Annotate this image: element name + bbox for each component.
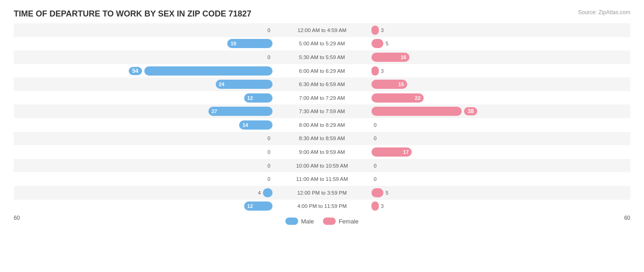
- right-bar-area: 0: [322, 159, 630, 173]
- chart-row: 0 9:00 AM to 9:59 AM 17: [14, 145, 630, 159]
- row-inner: 14 8:00 AM to 8:29 AM 0: [14, 118, 630, 132]
- male-label: Male: [301, 218, 314, 225]
- chart-row: 0 10:00 AM to 10:59 AM 0: [14, 159, 630, 173]
- axis-label-right: 60: [624, 215, 630, 221]
- female-zero: 0: [374, 122, 377, 128]
- female-bar: 22: [371, 93, 424, 103]
- female-zero: 0: [374, 163, 377, 169]
- male-value-badge: 54: [129, 67, 142, 75]
- male-value: 24: [219, 82, 224, 87]
- male-value: 12: [247, 203, 253, 209]
- male-zero: 0: [267, 136, 270, 141]
- female-bar: [371, 39, 383, 48]
- right-bar-area: 3: [322, 200, 630, 213]
- row-inner: 54 6:00 AM to 6:29 AM 3: [14, 64, 630, 78]
- female-bar: 16: [371, 53, 409, 62]
- male-zero: 0: [267, 149, 270, 155]
- male-bar: [144, 66, 273, 76]
- left-bar-area: 0: [14, 145, 322, 159]
- chart-row: 4 12:00 PM to 3:59 PM 5: [14, 186, 630, 200]
- left-bar-area: 19: [14, 37, 322, 51]
- left-bar-area: 0: [14, 132, 322, 146]
- male-value: 19: [230, 41, 236, 46]
- female-value: 5: [386, 41, 388, 46]
- chart-row: 0 8:30 AM to 8:59 AM 0: [14, 132, 630, 146]
- row-inner: 0 12:00 AM to 4:59 AM 3: [14, 23, 630, 37]
- row-inner: 27 7:30 AM to 7:59 AM 38: [14, 104, 630, 118]
- left-bar-area: 0: [14, 23, 322, 37]
- chart-title: TIME OF DEPARTURE TO WORK BY SEX IN ZIP …: [14, 9, 630, 19]
- female-bar: 17: [371, 147, 412, 157]
- right-bar-area: 3: [322, 23, 630, 37]
- male-zero: 0: [267, 176, 270, 182]
- chart-row: 54 6:00 AM to 6:29 AM 3: [14, 64, 630, 78]
- row-inner: 0 10:00 AM to 10:59 AM 0: [14, 159, 630, 173]
- female-value: 17: [403, 149, 409, 155]
- right-bar-area: 0: [322, 132, 630, 146]
- male-zero: 0: [267, 54, 270, 60]
- right-bar-area: 16: [322, 50, 630, 64]
- row-inner: 0 11:00 AM to 11:59 AM 0: [14, 172, 630, 186]
- chart-area: 0 12:00 AM to 4:59 AM 3 19 5:00 AM to 5:…: [14, 23, 630, 231]
- left-bar-area: 4: [14, 186, 322, 200]
- female-value: 3: [381, 68, 384, 74]
- male-bar: 27: [208, 107, 273, 116]
- right-bar-area: 0: [322, 118, 630, 132]
- male-zero: 0: [267, 27, 270, 33]
- male-bar: 24: [216, 80, 273, 89]
- female-bar: [371, 188, 383, 197]
- row-inner: 24 6:30 AM to 6:59 AM 15: [14, 77, 630, 91]
- axis-label-left: 60: [14, 215, 20, 221]
- female-value: 3: [381, 27, 384, 33]
- female-value: 16: [401, 54, 406, 60]
- female-value: 5: [386, 190, 388, 196]
- chart-row: 0 5:30 AM to 5:59 AM 16: [14, 50, 630, 64]
- right-bar-area: 5: [322, 186, 630, 200]
- chart-row: 14 8:00 AM to 8:29 AM 0: [14, 118, 630, 132]
- female-zero: 0: [374, 176, 377, 182]
- female-label: Female: [338, 218, 358, 225]
- chart-container: TIME OF DEPARTURE TO WORK BY SEX IN ZIP …: [0, 0, 644, 272]
- male-bar: 14: [239, 120, 273, 130]
- female-value: 15: [398, 82, 404, 87]
- chart-row: 19 5:00 AM to 5:29 AM 5: [14, 37, 630, 51]
- chart-row: 12 4:00 PM to 11:59 PM 3: [14, 200, 630, 213]
- female-value-badge: 38: [464, 107, 477, 115]
- female-bar: 15: [371, 80, 407, 89]
- right-bar-area: 17: [322, 145, 630, 159]
- row-inner: 19 5:00 AM to 5:29 AM 5: [14, 37, 630, 51]
- left-bar-area: 54: [14, 64, 322, 78]
- source-text: Source: ZipAtlas.com: [578, 9, 630, 16]
- male-bar: 12: [244, 201, 273, 211]
- left-bar-area: 0: [14, 50, 322, 64]
- row-inner: 0 8:30 AM to 8:59 AM 0: [14, 132, 630, 146]
- right-bar-area: 0: [322, 172, 630, 186]
- female-bar: [371, 201, 379, 211]
- male-swatch: [285, 218, 298, 225]
- left-bar-area: 27: [14, 104, 322, 118]
- male-bar: [263, 188, 273, 197]
- rows-container: 0 12:00 AM to 4:59 AM 3 19 5:00 AM to 5:…: [14, 23, 630, 213]
- female-bar: [371, 26, 379, 35]
- male-value: 4: [258, 190, 261, 196]
- male-bar: 12: [244, 93, 273, 103]
- row-inner: 0 5:30 AM to 5:59 AM 16: [14, 50, 630, 64]
- chart-row: 12 7:00 AM to 7:29 AM 22: [14, 91, 630, 105]
- legend-item-female: Female: [323, 218, 358, 225]
- row-inner: 4 12:00 PM to 3:59 PM 5: [14, 186, 630, 200]
- left-bar-area: 0: [14, 172, 322, 186]
- right-bar-area: 15: [322, 77, 630, 91]
- female-bar: [371, 107, 462, 116]
- chart-row: 0 11:00 AM to 11:59 AM 0: [14, 172, 630, 186]
- left-bar-area: 24: [14, 77, 322, 91]
- male-value: 12: [247, 95, 253, 101]
- left-bar-area: 14: [14, 118, 322, 132]
- chart-row: 24 6:30 AM to 6:59 AM 15: [14, 77, 630, 91]
- left-bar-area: 0: [14, 159, 322, 173]
- row-inner: 12 7:00 AM to 7:29 AM 22: [14, 91, 630, 105]
- female-zero: 0: [374, 136, 377, 141]
- row-inner: 0 9:00 AM to 9:59 AM 17: [14, 145, 630, 159]
- right-bar-area: 22: [322, 91, 630, 105]
- female-bar: [371, 66, 379, 76]
- right-bar-area: 38: [322, 104, 630, 118]
